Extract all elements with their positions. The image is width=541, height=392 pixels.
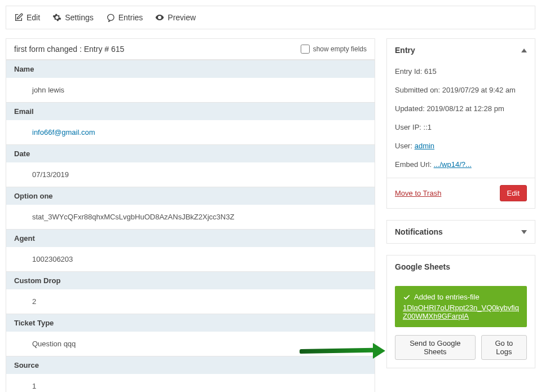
google-sheets-panel: Google Sheets Added to entries-file 1Dlq… bbox=[386, 255, 535, 368]
check-icon bbox=[403, 293, 411, 301]
settings-label: Settings bbox=[65, 13, 94, 22]
field-value: 1 bbox=[6, 374, 375, 392]
sheets-added-text: Added to entries-file bbox=[414, 293, 480, 301]
show-empty-checkbox[interactable] bbox=[301, 45, 310, 54]
edit-button[interactable]: Edit bbox=[500, 185, 527, 201]
show-empty-label: show empty fields bbox=[313, 45, 367, 53]
top-action-bar: Edit Settings Entries Preview bbox=[6, 6, 535, 29]
field-label: Option one bbox=[6, 187, 375, 205]
entry-panel-header[interactable]: Entry bbox=[387, 39, 535, 61]
updated-label: Updated: bbox=[395, 104, 425, 113]
edit-link[interactable]: Edit bbox=[14, 13, 40, 22]
go-to-logs-button[interactable]: Go to Logs bbox=[481, 335, 527, 360]
field-label: Agent bbox=[6, 229, 375, 247]
field-value: 2 bbox=[6, 289, 375, 314]
preview-link[interactable]: Preview bbox=[155, 13, 196, 22]
field-value: info66f@gmail.com bbox=[6, 120, 375, 144]
entry-meta-panel: Entry Entry Id: 615 Submitted on: 2019/0… bbox=[386, 38, 535, 209]
comment-icon bbox=[106, 13, 115, 22]
notifications-header[interactable]: Notifications bbox=[387, 221, 535, 243]
show-empty-toggle[interactable]: show empty fields bbox=[301, 45, 367, 54]
gear-icon bbox=[52, 13, 61, 22]
expand-icon bbox=[521, 230, 527, 234]
entry-detail-card: first form changed : Entry # 615 show em… bbox=[6, 38, 375, 392]
field-value: 1002306203 bbox=[6, 247, 375, 271]
field-label: Date bbox=[6, 144, 375, 162]
notifications-title: Notifications bbox=[395, 227, 443, 236]
user-link[interactable]: admin bbox=[415, 142, 434, 150]
embed-label: Embed Url: bbox=[395, 160, 432, 169]
submitted-value: 2019/07/29 at 9:42 am bbox=[442, 86, 516, 94]
entry-title: first form changed : Entry # 615 bbox=[14, 45, 124, 54]
field-value: john lewis bbox=[6, 78, 375, 102]
entry-panel-title: Entry bbox=[395, 46, 415, 55]
submitted-label: Submitted on: bbox=[395, 86, 440, 94]
userip-label: User IP: bbox=[395, 123, 421, 131]
preview-label: Preview bbox=[168, 13, 196, 22]
entry-id-label: Entry Id: bbox=[395, 67, 422, 76]
user-label: User: bbox=[395, 142, 412, 150]
eye-icon bbox=[155, 13, 164, 22]
sheet-id-link[interactable]: 1DlqOHRI7oURppt23n_VQ0kybvfiqZ00WMXh9GFa… bbox=[403, 303, 519, 320]
move-to-trash-link[interactable]: Move to Trash bbox=[395, 189, 441, 197]
entries-link[interactable]: Entries bbox=[106, 13, 143, 22]
sheets-success-box: Added to entries-file 1DlqOHRI7oURppt23n… bbox=[395, 286, 527, 327]
field-value: Question qqq bbox=[6, 332, 375, 356]
collapse-icon bbox=[521, 49, 527, 52]
field-label: Ticket Type bbox=[6, 314, 375, 332]
send-to-sheets-button[interactable]: Send to Google Sheets bbox=[395, 335, 476, 360]
field-value: 07/13/2019 bbox=[6, 162, 375, 187]
field-label: Email bbox=[6, 102, 375, 120]
sheets-header[interactable]: Google Sheets bbox=[387, 256, 535, 278]
field-label: Name bbox=[6, 60, 375, 78]
updated-value: 2019/08/12 at 12:28 pm bbox=[426, 104, 504, 113]
edit-label: Edit bbox=[27, 13, 40, 22]
notifications-panel: Notifications bbox=[386, 220, 535, 244]
entry-id-value: 615 bbox=[424, 67, 437, 76]
sheets-title: Google Sheets bbox=[395, 262, 450, 271]
email-link[interactable]: info66f@gmail.com bbox=[32, 128, 95, 136]
entries-label: Entries bbox=[118, 13, 143, 22]
field-label: Custom Drop bbox=[6, 271, 375, 289]
embed-link[interactable]: .../wp14/?... bbox=[434, 160, 472, 169]
edit-icon bbox=[14, 13, 23, 22]
field-label: Source bbox=[6, 356, 375, 374]
userip-value: ::1 bbox=[424, 123, 432, 131]
settings-link[interactable]: Settings bbox=[52, 13, 94, 22]
field-value: stat_3WYcQFxr88qhxMCsLvgbHuOD8AzANsJBkZ2… bbox=[6, 205, 375, 229]
